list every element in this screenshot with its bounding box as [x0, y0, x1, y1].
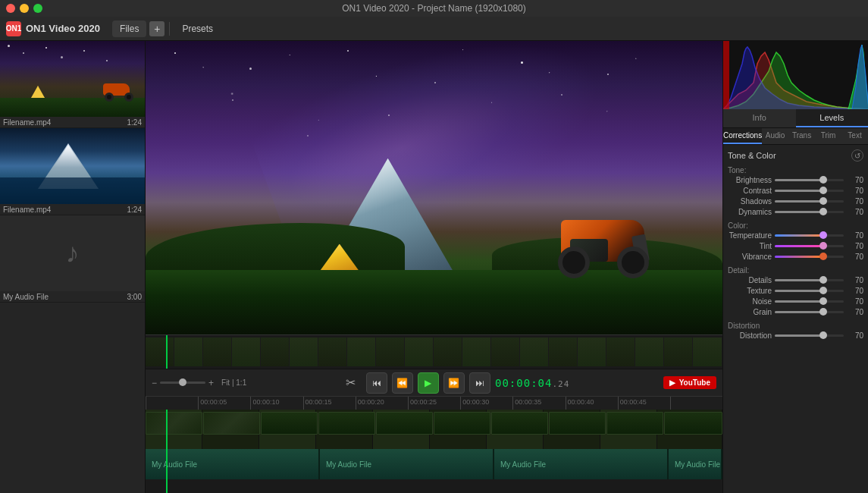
vibrance-label: Vibrance [728, 253, 775, 261]
zoom-slider[interactable] [160, 382, 205, 384]
ruler-mark-1: 00:00:05 [198, 397, 250, 410]
strip-frame [203, 338, 232, 366]
dynamics-slider[interactable] [775, 211, 844, 213]
main-layout: Filename.mp4 1:24 Filename.mp4 1:24 ♪ [0, 41, 868, 493]
zoom-fit-label: Fit | 1:1 [221, 378, 246, 387]
contrast-label: Contrast [728, 187, 775, 195]
zoom-in-icon[interactable]: + [208, 378, 214, 388]
tab-audio[interactable]: Audio [762, 128, 788, 144]
tint-value: 70 [847, 242, 863, 250]
shadows-label: Shadows [728, 197, 775, 206]
strip-frame [693, 338, 722, 366]
center-area: − + Fit | 1:1 ✂ ⏮ ⏪ ▶ ⏩ ⏭ 00:00:04.24 [146, 41, 722, 493]
texture-label: Texture [728, 287, 775, 295]
temperature-row: Temperature 70 [728, 231, 863, 240]
texture-slider[interactable] [775, 290, 844, 292]
strip-frame [174, 338, 203, 366]
files-menu[interactable]: Files [112, 20, 146, 37]
temperature-value: 70 [847, 231, 863, 240]
audio-block[interactable]: My Audio File [146, 449, 320, 479]
vibrance-slider[interactable] [775, 256, 844, 258]
noise-slider[interactable] [775, 300, 844, 303]
shadows-value: 70 [847, 197, 863, 206]
noise-value: 70 [847, 297, 863, 306]
histogram [723, 41, 868, 109]
strip-frame [434, 338, 462, 366]
youtube-export-button[interactable]: ▶ YouTube [663, 376, 716, 389]
strip-frame [635, 338, 664, 366]
color-section-label: Color: [728, 218, 863, 231]
ruler-mark-4: 00:00:20 [356, 397, 408, 410]
details-slider[interactable] [775, 279, 844, 281]
details-value: 70 [847, 276, 863, 284]
ruler-mark-5: 00:00:25 [408, 397, 460, 410]
transport-left: − + Fit | 1:1 [152, 378, 246, 388]
play-button[interactable]: ▶ [418, 372, 439, 394]
ruler-mark-10 [670, 397, 722, 410]
dynamics-value: 70 [847, 208, 863, 216]
grain-slider[interactable] [775, 311, 844, 313]
go-to-start-button[interactable]: ⏮ [366, 372, 387, 394]
tab-info[interactable]: Info [723, 109, 796, 127]
ruler-mark-2: 00:00:10 [250, 397, 302, 410]
contrast-slider[interactable] [775, 190, 844, 192]
audio-track-bg: My Audio File My Audio File My Audio Fil… [146, 449, 722, 479]
reset-button[interactable]: ↺ [851, 149, 863, 162]
media-item-2-label: Filename.mp4 1:24 [0, 204, 145, 215]
timeline-ruler: 00:00:05 00:00:10 00:00:15 00:00:20 00:0… [146, 396, 722, 410]
tab-corrections[interactable]: Corrections [723, 128, 762, 144]
maximize-button[interactable] [33, 4, 42, 13]
audio-block[interactable]: My Audio File [320, 449, 494, 479]
ruler-mark-8: 00:00:40 [566, 397, 618, 410]
distortion-label: Distortion [728, 331, 775, 340]
details-label: Details [728, 276, 775, 284]
svg-rect-1 [723, 41, 729, 109]
zoom-out-icon[interactable]: − [152, 378, 157, 388]
transport-bar: − + Fit | 1:1 ✂ ⏮ ⏪ ▶ ⏩ ⏭ 00:00:04.24 [146, 369, 722, 396]
brightness-slider[interactable] [775, 179, 844, 181]
video-track [146, 410, 722, 449]
brightness-label: Brightness [728, 176, 775, 184]
tab-trim[interactable]: Trim [815, 128, 841, 144]
transport-center: ✂ ⏮ ⏪ ▶ ⏩ ⏭ 00:00:04.24 [340, 372, 569, 394]
ruler-mark-3: 00:00:15 [303, 397, 356, 410]
tone-color-title: Tone & Color [728, 151, 776, 160]
grain-row: Grain 70 [728, 308, 863, 316]
presets-menu[interactable]: Presets [174, 20, 221, 37]
zoom-control: − + [152, 378, 214, 388]
audio-track: My Audio File My Audio File My Audio Fil… [146, 449, 722, 479]
shadows-slider[interactable] [775, 200, 844, 203]
distortion-slider[interactable] [775, 334, 844, 337]
tab-text[interactable]: Text [841, 128, 868, 144]
media-item-3[interactable]: ♪ My Audio File 3:00 [0, 215, 145, 303]
contrast-row: Contrast 70 [728, 187, 863, 195]
tint-row: Tint 70 [728, 242, 863, 250]
traffic-lights [6, 4, 42, 13]
timeline-tracks: My Audio File My Audio File My Audio Fil… [146, 410, 722, 493]
tone-section-label: Tone: [728, 163, 863, 176]
strip-frame [606, 338, 635, 366]
tab-levels[interactable]: Levels [796, 109, 869, 127]
temperature-slider[interactable] [775, 234, 844, 237]
tint-slider[interactable] [775, 245, 844, 247]
scissors-button[interactable]: ✂ [340, 372, 362, 394]
strip-frame [261, 338, 290, 366]
media-item-2[interactable]: Filename.mp4 1:24 [0, 128, 145, 215]
tab-trans[interactable]: Trans [788, 128, 815, 144]
fast-forward-button[interactable]: ⏩ [443, 372, 465, 394]
media-panel: Filename.mp4 1:24 Filename.mp4 1:24 ♪ [0, 41, 146, 493]
media-item-3-label: My Audio File 3:00 [0, 291, 145, 302]
menu-separator [169, 22, 170, 36]
media-item-1[interactable]: Filename.mp4 1:24 [0, 41, 145, 128]
tone-color-header: Tone & Color ↺ [728, 148, 863, 163]
audio-block[interactable]: My Audio File [669, 449, 722, 479]
add-media-button[interactable]: + [149, 21, 165, 36]
strip-frame [405, 338, 434, 366]
close-button[interactable] [6, 4, 15, 13]
audio-block[interactable]: My Audio File [494, 449, 669, 479]
rewind-button[interactable]: ⏪ [392, 372, 413, 394]
ruler-marks: 00:00:05 00:00:10 00:00:15 00:00:20 00:0… [146, 397, 722, 410]
timecode-frame: .24 [552, 379, 569, 389]
minimize-button[interactable] [20, 4, 29, 13]
go-to-end-button[interactable]: ⏭ [469, 372, 490, 394]
